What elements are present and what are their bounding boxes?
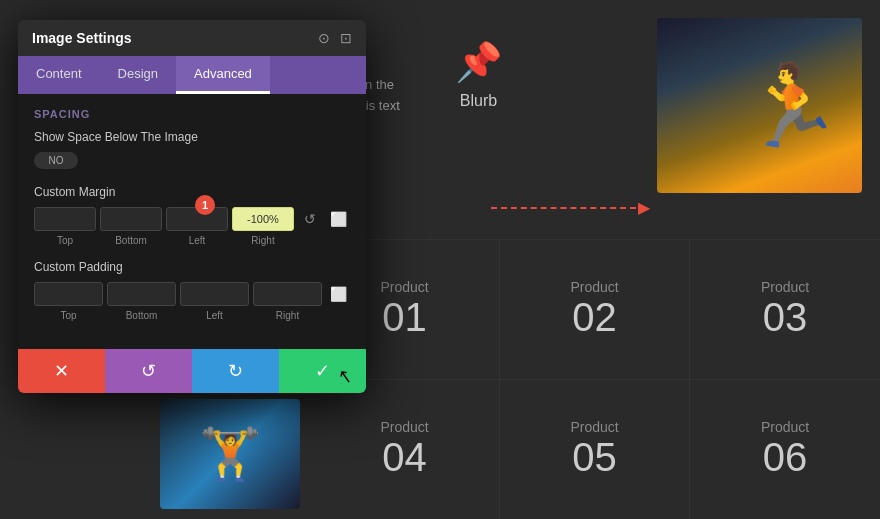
toggle-switch[interactable]: NO xyxy=(34,152,78,169)
margin-right-input[interactable] xyxy=(232,207,294,231)
padding-labels-row: Top Bottom Left Right xyxy=(34,310,350,321)
product-number-3: 03 xyxy=(763,295,808,340)
blurb-label: Blurb xyxy=(460,92,497,110)
product-label-3: Product xyxy=(761,279,809,295)
pin-icon: 📌 xyxy=(455,40,502,84)
product-number-5: 05 xyxy=(572,435,617,480)
margin-reset-icon[interactable]: ↺ xyxy=(298,211,322,227)
redo-button[interactable]: ↻ xyxy=(192,349,279,393)
product-number-2: 02 xyxy=(572,295,617,340)
padding-left-input[interactable] xyxy=(180,282,249,306)
padding-bottom-input[interactable] xyxy=(107,282,176,306)
panel-content: Spacing Show Space Below The Image NO Cu… xyxy=(18,94,366,349)
product-item-2: Product 02 xyxy=(500,240,690,380)
bottom-left-image: 🏋️ xyxy=(160,399,300,509)
toggle-row: NO xyxy=(34,152,350,169)
tab-design[interactable]: Design xyxy=(100,56,176,94)
margin-top-label: Top xyxy=(34,235,96,246)
margin-top-input[interactable] xyxy=(34,207,96,231)
custom-padding-label: Custom Padding xyxy=(34,260,350,274)
margin-labels-row: Top Bottom Left Right xyxy=(34,235,350,246)
product-number-6: 06 xyxy=(763,435,808,480)
custom-padding-section: Custom Padding ⬜ Top Bottom Left Right xyxy=(34,260,350,321)
product-label-2: Product xyxy=(570,279,618,295)
product-item-6: Product 06 xyxy=(690,380,880,520)
undo-button[interactable]: ↺ xyxy=(105,349,192,393)
padding-bottom-label: Bottom xyxy=(107,310,176,321)
tab-content[interactable]: Content xyxy=(18,56,100,94)
dashed-line xyxy=(491,207,636,209)
spacing-section-label: Spacing xyxy=(34,108,350,120)
margin-inputs-row: ↺ ⬜ xyxy=(34,207,350,231)
margin-bottom-input[interactable] xyxy=(100,207,162,231)
blurb-section: 📌 Blurb xyxy=(455,40,502,110)
hero-person: 🏃 xyxy=(742,66,842,146)
modal-header: Image Settings ⊙ ⊡ xyxy=(18,20,366,56)
product-item-5: Product 05 xyxy=(500,380,690,520)
product-number-1: 01 xyxy=(382,295,427,340)
product-number-4: 04 xyxy=(382,435,427,480)
custom-margin-section: Custom Margin ↺ ⬜ Top Bottom Left Right xyxy=(34,185,350,246)
padding-right-label: Right xyxy=(253,310,322,321)
padding-top-label: Top xyxy=(34,310,103,321)
custom-margin-label: Custom Margin xyxy=(34,185,350,199)
padding-inputs-row: ⬜ xyxy=(34,282,350,306)
product-label-4: Product xyxy=(380,419,428,435)
tab-advanced[interactable]: Advanced xyxy=(176,56,270,94)
bottom-image-icon: 🏋️ xyxy=(199,425,261,483)
tabs-bar: Content Design Advanced xyxy=(18,56,366,94)
header-icons: ⊙ ⊡ xyxy=(318,30,352,46)
maximize-icon[interactable]: ⊙ xyxy=(318,30,330,46)
margin-right-label: Right xyxy=(232,235,294,246)
show-space-label: Show Space Below The Image xyxy=(34,130,350,144)
margin-left-label: Left xyxy=(166,235,228,246)
product-item-4: Product 04 xyxy=(310,380,500,520)
product-label-6: Product xyxy=(761,419,809,435)
product-item-3: Product 03 xyxy=(690,240,880,380)
padding-top-input[interactable] xyxy=(34,282,103,306)
arrow-head-icon: ▶ xyxy=(638,198,650,217)
hero-image: 🏃 xyxy=(657,18,862,193)
margin-bottom-label: Bottom xyxy=(100,235,162,246)
padding-left-label: Left xyxy=(180,310,249,321)
modal-panel: Image Settings ⊙ ⊡ Content Design Advanc… xyxy=(18,20,366,393)
badge: 1 xyxy=(195,195,215,215)
padding-link-icon[interactable]: ⬜ xyxy=(326,286,350,302)
product-label-1: Product xyxy=(380,279,428,295)
products-grid: Product 01 Product 02 Product 03 Product… xyxy=(310,239,880,519)
padding-right-input[interactable] xyxy=(253,282,322,306)
dashed-arrow: ▶ xyxy=(491,198,650,217)
product-label-5: Product xyxy=(570,419,618,435)
action-bar: ✕ ↺ ↻ ✓ xyxy=(18,349,366,393)
margin-link-icon[interactable]: ⬜ xyxy=(326,211,350,227)
cancel-button[interactable]: ✕ xyxy=(18,349,105,393)
modal-title: Image Settings xyxy=(32,30,132,46)
grid-icon[interactable]: ⊡ xyxy=(340,30,352,46)
